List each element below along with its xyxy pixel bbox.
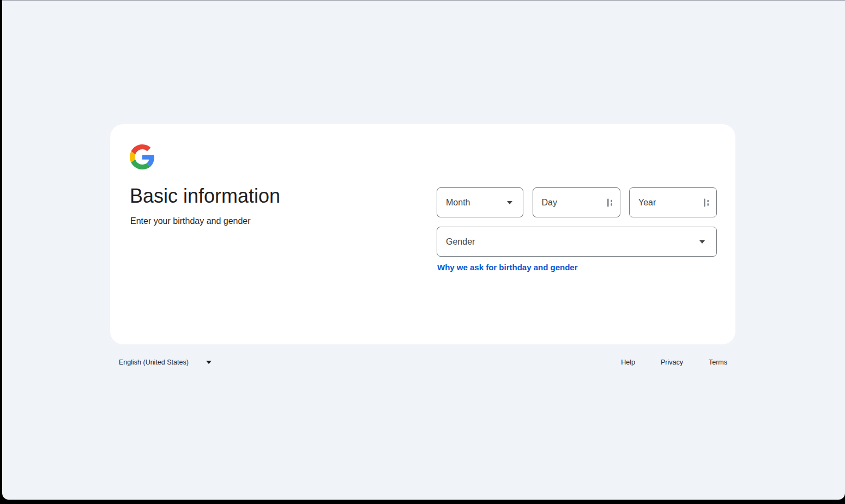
google-logo-icon — [130, 144, 155, 169]
autofill-icon-dot-bottom — [611, 203, 612, 206]
browser-viewport: Basic information Enter your birthday an… — [2, 0, 845, 500]
autofill-icon-dot-bottom — [707, 203, 709, 206]
footer-links: Help Privacy Terms — [621, 359, 727, 366]
birthday-gender-form: Month — [437, 124, 717, 344]
help-link[interactable]: Help — [621, 359, 635, 366]
gender-select[interactable]: Gender — [437, 227, 717, 257]
chevron-down-icon — [206, 361, 212, 364]
birthday-row: Month — [437, 187, 717, 217]
page-title: Basic information — [130, 184, 280, 208]
terms-link[interactable]: Terms — [709, 359, 727, 366]
chevron-down-icon — [699, 240, 705, 244]
month-select-label: Month — [446, 198, 470, 208]
autofill-icon-dot-top — [611, 199, 612, 202]
privacy-link[interactable]: Privacy — [661, 359, 683, 366]
footer: English (United States) Help Privacy Ter… — [110, 355, 735, 369]
year-field-wrapper — [629, 187, 717, 217]
autofill-icon — [607, 198, 613, 207]
google-logo-green-arc — [131, 159, 150, 169]
autofill-icon — [703, 198, 710, 207]
autofill-icon-bar — [704, 198, 705, 207]
month-select[interactable]: Month — [437, 187, 523, 217]
autofill-icon-bar — [607, 198, 609, 207]
signup-card: Basic information Enter your birthday an… — [110, 124, 735, 344]
why-we-ask-link[interactable]: Why we ask for birthday and gender — [437, 263, 578, 272]
google-logo-red-arc — [131, 144, 150, 155]
autofill-icon-dot-top — [707, 199, 709, 202]
day-field-wrapper — [533, 187, 620, 217]
chevron-down-icon — [507, 201, 512, 204]
language-selector-label: English (United States) — [119, 359, 189, 366]
page-subtitle: Enter your birthday and gender — [130, 216, 251, 226]
gender-select-label: Gender — [446, 237, 475, 247]
language-selector[interactable]: English (United States) — [119, 359, 212, 366]
